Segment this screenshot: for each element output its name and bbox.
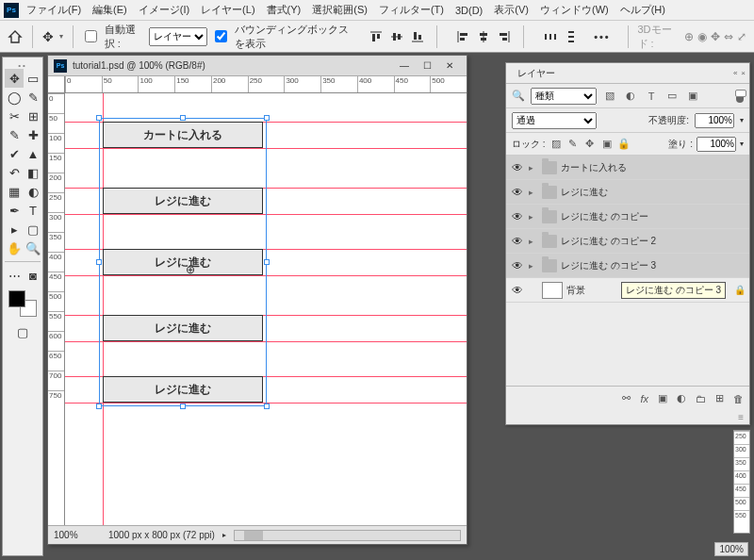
filter-pixel-icon[interactable]: ▧	[602, 89, 617, 104]
move-tool[interactable]: ✥	[5, 69, 24, 88]
more-options-icon[interactable]: •••	[594, 31, 611, 42]
blur-tool[interactable]: ◐	[24, 182, 42, 201]
new-layer-icon[interactable]: ⊞	[715, 392, 724, 404]
align-vcenter-icon[interactable]	[387, 27, 406, 46]
layer-thumbnail[interactable]	[542, 282, 563, 299]
lock-pixels-icon[interactable]: ✎	[566, 138, 580, 150]
filter-smart-icon[interactable]: ▣	[685, 89, 700, 104]
dropdown-caret-icon[interactable]: ▾	[59, 32, 63, 41]
gradient-tool[interactable]: ▦	[5, 182, 24, 201]
crop-tool[interactable]: ✂	[5, 107, 24, 125]
auto-select-checkbox[interactable]	[85, 30, 97, 42]
eraser-tool[interactable]: ◧	[24, 163, 42, 182]
layer-name[interactable]: レジに進む のコピー 3	[561, 259, 746, 272]
menu-layer[interactable]: レイヤー(L)	[201, 3, 254, 17]
visibility-icon[interactable]: 👁	[510, 284, 525, 297]
document-titlebar[interactable]: Ps tutorial1.psd @ 100% (RGB/8#) — ☐ ✕	[48, 56, 467, 76]
layer-row[interactable]: 👁 ▸ カートに入れる	[506, 156, 749, 180]
align-bottom-icon[interactable]	[408, 27, 427, 46]
auto-select-dropdown[interactable]: レイヤー	[149, 27, 207, 46]
panel-tab-layers[interactable]: レイヤー	[510, 65, 563, 82]
layer-fx-icon[interactable]: fx	[640, 393, 648, 404]
visibility-icon[interactable]: 👁	[510, 161, 525, 174]
menu-type[interactable]: 書式(Y)	[267, 3, 302, 17]
ruler-vertical[interactable]: 0501001502002503003504004505005506006507…	[48, 93, 65, 525]
scrollbar-thumb[interactable]	[244, 531, 263, 540]
filter-toggle[interactable]	[736, 90, 744, 103]
type-tool[interactable]: T	[24, 201, 42, 220]
align-hcenter-icon[interactable]	[474, 27, 493, 46]
delete-layer-icon[interactable]: 🗑	[733, 393, 744, 404]
3d-scale-icon[interactable]: ⤢	[737, 30, 746, 43]
transform-handle[interactable]	[264, 115, 270, 121]
menu-select[interactable]: 選択範囲(S)	[312, 3, 368, 17]
layer-name[interactable]: レジに進む	[561, 186, 746, 199]
align-right-icon[interactable]	[495, 27, 514, 46]
expand-icon[interactable]: ▸	[529, 188, 538, 197]
menu-image[interactable]: イメージ(I)	[139, 3, 189, 17]
path-select-tool[interactable]: ▸	[5, 220, 24, 239]
lock-icon[interactable]: 🔒	[734, 285, 746, 295]
visibility-icon[interactable]: 👁	[510, 259, 525, 272]
layer-row[interactable]: 👁 ▸ レジに進む のコピー 2	[506, 229, 749, 254]
ruler-origin[interactable]	[48, 76, 65, 93]
visibility-icon[interactable]: 👁	[510, 186, 525, 199]
3d-roll-icon[interactable]: ◉	[697, 30, 707, 43]
menu-help[interactable]: ヘルプ(H)	[620, 3, 665, 17]
3d-slide-icon[interactable]: ⇔	[724, 30, 733, 43]
adjustment-layer-icon[interactable]: ◐	[677, 392, 686, 404]
zoom-tool[interactable]: 🔍	[24, 239, 42, 257]
transform-handle[interactable]	[180, 115, 186, 121]
color-swatch[interactable]	[8, 290, 37, 317]
caret-icon[interactable]: ▾	[740, 116, 744, 124]
quick-select-tool[interactable]: ✎	[24, 88, 42, 107]
artboard-tool[interactable]: ▭	[24, 69, 42, 88]
caret-icon[interactable]: ▾	[740, 140, 744, 148]
menu-view[interactable]: 表示(V)	[494, 3, 529, 17]
transform-handle[interactable]	[96, 404, 102, 409]
3d-orbit-icon[interactable]: ⊕	[684, 30, 694, 43]
menu-file[interactable]: ファイル(F)	[26, 3, 81, 17]
distribute-h-icon[interactable]	[541, 27, 560, 46]
panel-close-icon[interactable]: ×	[741, 69, 746, 77]
search-icon[interactable]: 🔍	[512, 90, 525, 102]
scrollbar-horizontal[interactable]	[234, 530, 461, 541]
panel-collapse-icon[interactable]: «	[733, 69, 737, 77]
layer-row[interactable]: 👁 ▸ レジに進む のコピー	[506, 205, 749, 229]
maximize-button[interactable]: ☐	[416, 58, 438, 74]
transform-handle[interactable]	[180, 404, 186, 409]
lock-position-icon[interactable]: ✥	[583, 138, 597, 150]
new-group-icon[interactable]: 🗀	[696, 393, 706, 404]
fill-field[interactable]	[697, 137, 736, 152]
transform-handle[interactable]	[96, 115, 102, 121]
healing-tool[interactable]: ✚	[24, 125, 42, 144]
blend-mode-dropdown[interactable]: 通過	[512, 112, 597, 129]
canvas[interactable]: カートに入れる レジに進む レジに進む レジに進む レジに進む ⊕	[65, 93, 467, 525]
panel-grip-icon[interactable]: ••	[5, 61, 41, 69]
lasso-tool[interactable]: ◯	[5, 88, 24, 107]
lock-transparency-icon[interactable]: ▨	[549, 138, 563, 150]
align-left-icon[interactable]	[453, 27, 472, 46]
filter-kind-dropdown[interactable]: 種類	[531, 88, 597, 105]
lock-all-icon[interactable]: 🔒	[617, 138, 631, 150]
layer-name[interactable]: レジに進む のコピー 2	[561, 235, 746, 248]
fg-color[interactable]	[8, 290, 25, 307]
transform-handle[interactable]	[264, 259, 270, 265]
menu-edit[interactable]: 編集(E)	[92, 3, 127, 17]
home-icon[interactable]	[8, 29, 23, 44]
bounding-box[interactable]	[99, 118, 267, 406]
menu-filter[interactable]: フィルター(T)	[379, 3, 444, 17]
lock-artboard-icon[interactable]: ▣	[600, 138, 614, 150]
pen-tool[interactable]: ✒	[5, 201, 24, 220]
align-top-icon[interactable]	[367, 27, 385, 46]
minimize-button[interactable]: —	[393, 58, 416, 74]
zoom-field[interactable]: 100%	[54, 530, 101, 540]
3d-pan-icon[interactable]: ✥	[711, 30, 720, 43]
menu-3d[interactable]: 3D(D)	[455, 5, 483, 16]
bbox-checkbox[interactable]	[215, 30, 227, 42]
menu-window[interactable]: ウィンドウ(W)	[540, 3, 609, 17]
layer-mask-icon[interactable]: ▣	[658, 392, 667, 404]
brush-tool[interactable]: ✔	[5, 144, 24, 163]
filter-type-icon[interactable]: T	[644, 89, 659, 104]
expand-icon[interactable]: ▸	[529, 237, 538, 246]
